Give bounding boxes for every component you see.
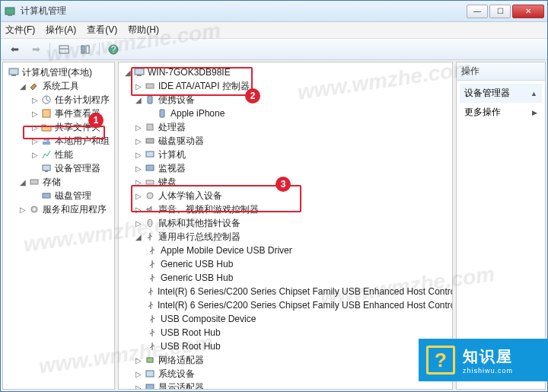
users-icon — [40, 135, 53, 147]
svg-point-32 — [148, 219, 152, 227]
svg-rect-15 — [43, 165, 50, 171]
left-root[interactable]: 计算机管理(本地) — [5, 65, 113, 79]
computer-icon — [8, 66, 20, 78]
toolbar-btn-1[interactable] — [55, 41, 73, 58]
svg-point-13 — [46, 139, 49, 142]
left-item-diskmgmt[interactable]: 磁盘管理 — [5, 189, 113, 202]
clock-icon — [40, 94, 53, 106]
dev-usb-root[interactable]: USB Root Hub — [120, 339, 451, 353]
dev-ide[interactable]: ▷IDE ATA/ATAPI 控制器 — [120, 79, 451, 93]
left-item-perf[interactable]: ▷性能 — [5, 148, 113, 161]
left-item-task[interactable]: ▷任务计划程序 — [5, 93, 113, 107]
svg-rect-14 — [43, 142, 50, 145]
close-button[interactable]: ✕ — [512, 5, 544, 18]
zhishiwu-logo: ? 知识屋 zhishiwu.com — [419, 339, 548, 381]
computer-icon — [133, 66, 145, 78]
toolbar-btn-2[interactable] — [76, 41, 94, 58]
minimize-button[interactable]: — — [467, 5, 488, 18]
svg-rect-2 — [59, 46, 68, 53]
computer-icon — [144, 148, 156, 161]
hid-icon — [144, 190, 156, 202]
svg-text:?: ? — [111, 44, 116, 55]
left-item-devmgr[interactable]: 设备管理器 — [5, 161, 113, 175]
menu-file[interactable]: 文件(F) — [5, 24, 35, 37]
left-group-services[interactable]: ▷服务和应用程序 — [5, 202, 113, 216]
maximize-button[interactable]: ☐ — [489, 5, 511, 18]
svg-rect-4 — [81, 46, 84, 53]
svg-point-12 — [43, 138, 46, 141]
dev-disk[interactable]: ▷磁盘驱动器 — [120, 134, 451, 148]
svg-point-20 — [33, 209, 36, 211]
disk-icon — [144, 135, 156, 147]
actions-more[interactable]: 更多操作 ▶ — [460, 103, 542, 122]
usb-icon — [146, 285, 155, 298]
dev-computer[interactable]: ▷计算机 — [120, 148, 451, 161]
twisty-icon: ▷ — [30, 151, 39, 159]
toolbar: ⬅ ➡ ? — [1, 39, 547, 60]
dev-apple-iphone[interactable]: Apple iPhone — [120, 107, 451, 120]
dev-usb-ctrl[interactable]: ◢通用串行总线控制器 — [120, 230, 451, 244]
chevron-right-icon: ▶ — [532, 109, 537, 116]
twisty-icon: ◢ — [18, 178, 27, 186]
left-item-shared[interactable]: ▷共享文件夹 — [5, 120, 113, 134]
usb-icon — [146, 299, 155, 311]
mouse-icon — [144, 217, 156, 229]
logo-question-icon: ? — [426, 346, 455, 374]
dev-sound[interactable]: ▷声音、视频和游戏控制器 — [120, 202, 451, 216]
left-item-event[interactable]: ▷事件查看器 — [5, 107, 113, 120]
tools-icon — [28, 80, 40, 92]
dev-network[interactable]: ▷网络适配器 — [120, 353, 451, 367]
dev-cpu[interactable]: ▷处理器 — [120, 120, 451, 134]
menu-action[interactable]: 操作(A) — [46, 24, 76, 37]
logo-name: 知识屋 — [463, 346, 513, 367]
chevron-up-icon[interactable]: ▲ — [530, 90, 537, 97]
nav-back-button[interactable]: ⬅ — [5, 41, 24, 58]
dev-mouse[interactable]: ▷鼠标和其他指针设备 — [120, 216, 451, 230]
dev-portable[interactable]: ◢便携设备 — [120, 93, 451, 107]
twisty-icon: ▷ — [18, 206, 27, 214]
left-tree: 计算机管理(本地) ◢系统工具 ▷任务计划程序 ▷事件查看器 ▷共享文件夹 ▷本… — [3, 62, 114, 219]
menu-view[interactable]: 查看(V) — [87, 24, 117, 37]
actions-header: 操作 — [457, 62, 545, 81]
ide-icon — [144, 80, 156, 92]
gear-icon — [28, 203, 40, 215]
dev-usb-intel2[interactable]: Intel(R) 6 Series/C200 Series Chipset Fa… — [120, 298, 451, 312]
dev-system[interactable]: ▷系统设备 — [120, 367, 451, 381]
actions-section: 设备管理器 ▲ — [460, 84, 542, 103]
svg-rect-24 — [148, 96, 152, 104]
device-root[interactable]: ◢WIN-7GOK3DB98IE — [120, 65, 451, 79]
usb-icon — [146, 272, 158, 284]
dev-usb-apple[interactable]: Apple Mobile Device USB Driver — [120, 244, 451, 257]
usb-icon — [146, 258, 158, 270]
svg-rect-35 — [146, 384, 154, 390]
svg-rect-30 — [146, 180, 154, 184]
menu-help[interactable]: 帮助(H) — [128, 24, 159, 37]
logo-url: zhishiwu.com — [463, 367, 513, 374]
svg-rect-1 — [8, 14, 12, 16]
left-item-users[interactable]: ▷本地用户和组 — [5, 134, 113, 148]
twisty-icon: ▷ — [30, 110, 39, 118]
dev-usb-composite[interactable]: USB Composite Device — [120, 312, 451, 326]
app-window: 计算机管理 — ☐ ✕ 文件(F) 操作(A) 查看(V) 帮助(H) ⬅ ➡ … — [0, 0, 548, 392]
svg-rect-21 — [135, 69, 144, 75]
toolbar-btn-help[interactable]: ? — [104, 41, 123, 58]
disk-icon — [40, 190, 53, 202]
toolbar-sep — [49, 43, 50, 56]
left-group-systools[interactable]: ◢系统工具 — [5, 79, 113, 93]
dev-keyboard[interactable]: ▷键盘 — [120, 175, 451, 189]
folder-icon — [40, 121, 53, 133]
dev-usb-intel1[interactable]: Intel(R) 6 Series/C200 Series Chipset Fa… — [120, 285, 451, 298]
dev-display[interactable]: ▷显示适配器 — [120, 381, 451, 390]
usb-icon — [146, 340, 158, 352]
dev-usb-hub[interactable]: Generic USB Hub — [120, 271, 451, 285]
svg-rect-8 — [9, 69, 18, 75]
portable-icon — [144, 94, 156, 106]
dev-monitor[interactable]: ▷监视器 — [120, 161, 451, 175]
dev-usb-root[interactable]: USB Root Hub — [120, 326, 451, 339]
phone-icon — [156, 107, 168, 120]
sound-icon — [144, 203, 156, 215]
left-group-storage[interactable]: ◢存储 — [5, 175, 113, 189]
nav-fwd-button[interactable]: ➡ — [27, 41, 45, 58]
dev-hid[interactable]: ▷人体学输入设备 — [120, 189, 451, 202]
dev-usb-hub[interactable]: Generic USB Hub — [120, 257, 451, 271]
